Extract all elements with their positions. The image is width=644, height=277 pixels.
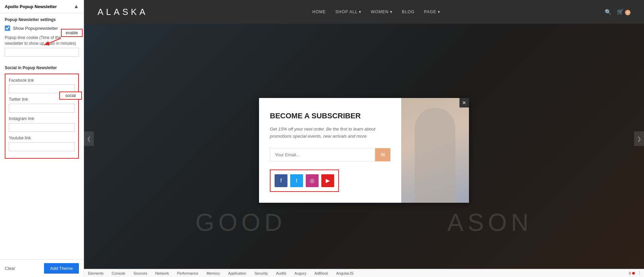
devtools-angularjs-tab[interactable]: AngularJS <box>335 271 355 276</box>
social-icons-row: f t ◎ ▶ <box>270 170 339 192</box>
instagram-input[interactable]: https://www.instagram.com/apc <box>9 123 75 132</box>
twitter-social-button[interactable]: t <box>290 174 303 187</box>
show-popup-label: Show Popupnewsletter <box>13 26 58 31</box>
cookie-input[interactable]: 1 <box>5 48 79 57</box>
devtools-menu-icon[interactable]: ⋮ <box>638 271 641 275</box>
email-submit-button[interactable]: ✉ <box>375 148 390 161</box>
devtools-bar: Elements Console Sources Network Perform… <box>84 269 644 277</box>
devtools-performance-tab[interactable]: Performance <box>176 271 200 276</box>
enable-annotation-bubble: enable <box>61 29 83 37</box>
cart-badge: 0 <box>625 10 630 15</box>
svg-line-1 <box>44 38 61 45</box>
popup-description: Get 15% off your next order. Be the firs… <box>270 126 390 140</box>
facebook-label: Facebook link <box>9 78 75 83</box>
social-section-box: Facebook link https://www.facebook.com/a… <box>5 74 79 159</box>
nav-shop-all[interactable]: SHOP ALL ▾ <box>336 9 362 14</box>
devtools-sources-tab[interactable]: Sources <box>132 271 148 276</box>
store-header: ALASKA HOME SHOP ALL ▾ WOMEN ▾ BLOG PAGE… <box>84 0 644 24</box>
facebook-social-button[interactable]: f <box>275 174 287 187</box>
devtools-security-tab[interactable]: Security <box>253 271 269 276</box>
twitter-input[interactable]: https://twitter.com/apollotheme <box>9 104 75 113</box>
sidebar-collapse-icon[interactable]: ▲ <box>73 3 79 9</box>
youtube-icon: ▶ <box>326 177 330 184</box>
sidebar-title: Apollo Popup Newsletter <box>5 4 57 9</box>
popup-image <box>401 98 469 203</box>
devtools-adblock-tab[interactable]: AdBlock <box>313 271 329 276</box>
popup-modal: ✕ BECOME A SUBSCRIBER Get 15% off your n… <box>259 98 469 203</box>
nav-page[interactable]: PAGE ▾ <box>424 9 440 14</box>
twitter-icon: t <box>296 178 297 184</box>
sidebar-header: Apollo Popup Newsletter ▲ <box>0 0 84 13</box>
youtube-social-button[interactable]: ▶ <box>321 174 334 187</box>
social-section-title: Social in Popup Newsletter <box>5 65 79 70</box>
popup-close-button[interactable]: ✕ <box>459 98 469 107</box>
sidebar-footer: Clear Add Theme <box>0 259 84 277</box>
devtools-right: 9 ⋮ <box>629 271 641 275</box>
store-nav: HOME SHOP ALL ▾ WOMEN ▾ BLOG PAGE ▾ <box>313 9 441 14</box>
devtools-network-tab[interactable]: Network <box>154 271 170 276</box>
add-theme-button[interactable]: Add Theme <box>44 263 79 274</box>
email-row: ✉ <box>270 148 390 161</box>
sidebar-content: Popup Newsletter settings Show Popupnews… <box>0 13 84 259</box>
social-annotation-text: social <box>65 93 76 98</box>
instagram-icon: ◎ <box>310 177 315 184</box>
enable-annotation-text: enable <box>66 31 78 35</box>
devtools-elements-tab[interactable]: Elements <box>87 271 105 276</box>
popup-overlay: ✕ BECOME A SUBSCRIBER Get 15% off your n… <box>84 24 644 277</box>
devtools-augury-tab[interactable]: Augury <box>293 271 308 276</box>
show-popup-checkbox[interactable] <box>5 25 10 31</box>
store-logo: ALASKA <box>98 7 148 17</box>
nav-home[interactable]: HOME <box>313 9 326 14</box>
nav-women[interactable]: WOMEN ▾ <box>371 9 392 14</box>
devtools-error-count: 9 <box>629 271 631 275</box>
devtools-error-dot <box>632 272 635 275</box>
devtools-audits-tab[interactable]: Audits <box>275 271 288 276</box>
popup-title: BECOME A SUBSCRIBER <box>270 112 390 120</box>
popup-settings-title: Popup Newsletter settings <box>5 17 79 22</box>
sidebar: enable social Apollo Popup Newsletter ▲ … <box>0 0 84 277</box>
store-icons: 🔍 🛒 0 <box>605 8 630 15</box>
instagram-social-button[interactable]: ◎ <box>306 174 319 187</box>
youtube-label: Youtube link <box>9 135 75 141</box>
devtools-application-tab[interactable]: Application <box>227 271 248 276</box>
facebook-icon: f <box>280 178 282 184</box>
main-content: ALASKA HOME SHOP ALL ▾ WOMEN ▾ BLOG PAGE… <box>84 0 644 277</box>
popup-left-content: BECOME A SUBSCRIBER Get 15% off your nex… <box>259 98 401 203</box>
enable-arrow-icon <box>41 37 68 47</box>
search-icon[interactable]: 🔍 <box>605 9 611 15</box>
instagram-label: Instagram link <box>9 116 75 122</box>
devtools-console-tab[interactable]: Console <box>110 271 127 276</box>
youtube-input[interactable]: https://www.youtube.com <box>9 142 75 151</box>
devtools-memory-tab[interactable]: Memory <box>205 271 221 276</box>
cart-icon[interactable]: 🛒 0 <box>617 8 630 15</box>
email-input[interactable] <box>270 148 375 161</box>
nav-blog[interactable]: BLOG <box>402 9 414 14</box>
clear-button[interactable]: Clear <box>5 266 15 271</box>
social-annotation-bubble: social <box>59 92 82 100</box>
